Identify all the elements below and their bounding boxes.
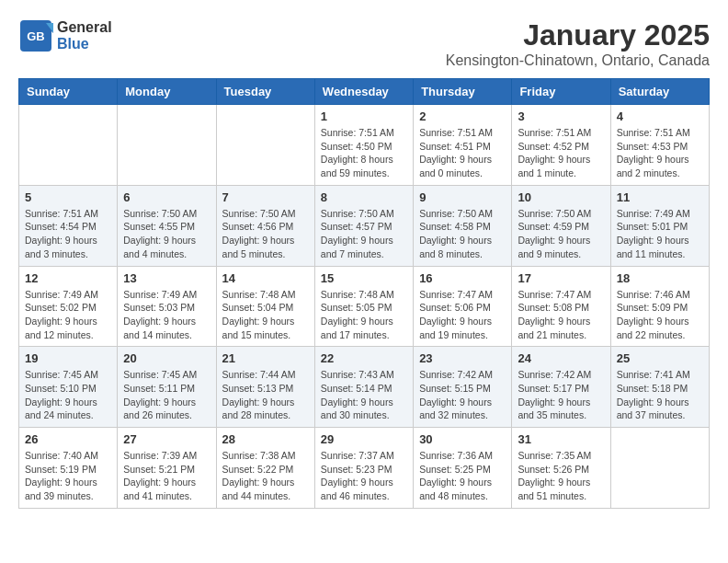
calendar-cell: 21Sunrise: 7:44 AM Sunset: 5:13 PM Dayli… [216, 347, 314, 428]
day-info: Sunrise: 7:46 AM Sunset: 5:09 PM Dayligh… [617, 288, 703, 342]
day-number: 11 [617, 190, 703, 204]
calendar-cell: 15Sunrise: 7:48 AM Sunset: 5:05 PM Dayli… [314, 266, 413, 347]
logo-icon: GB [18, 18, 53, 53]
calendar-cell: 3Sunrise: 7:51 AM Sunset: 4:52 PM Daylig… [512, 105, 610, 186]
day-info: Sunrise: 7:50 AM Sunset: 4:57 PM Dayligh… [321, 207, 407, 261]
day-info: Sunrise: 7:47 AM Sunset: 5:08 PM Dayligh… [518, 288, 604, 342]
weekday-header: Saturday [610, 79, 709, 105]
logo-general-text: General [57, 19, 112, 35]
day-info: Sunrise: 7:42 AM Sunset: 5:17 PM Dayligh… [518, 368, 604, 422]
day-number: 1 [321, 109, 407, 123]
day-number: 20 [123, 351, 210, 365]
day-info: Sunrise: 7:49 AM Sunset: 5:01 PM Dayligh… [617, 207, 703, 261]
day-number: 2 [419, 109, 506, 123]
calendar-week-row: 12Sunrise: 7:49 AM Sunset: 5:02 PM Dayli… [19, 266, 710, 347]
day-number: 29 [321, 432, 407, 446]
calendar-cell: 31Sunrise: 7:35 AM Sunset: 5:26 PM Dayli… [512, 428, 610, 509]
day-info: Sunrise: 7:50 AM Sunset: 4:58 PM Dayligh… [419, 207, 506, 261]
day-number: 24 [518, 351, 604, 365]
day-info: Sunrise: 7:51 AM Sunset: 4:50 PM Dayligh… [321, 126, 407, 180]
month-title: January 2025 [446, 18, 710, 52]
day-number: 22 [321, 351, 407, 365]
day-info: Sunrise: 7:49 AM Sunset: 5:02 PM Dayligh… [25, 288, 111, 342]
day-number: 21 [222, 351, 309, 365]
day-number: 19 [25, 351, 111, 365]
day-info: Sunrise: 7:50 AM Sunset: 4:56 PM Dayligh… [222, 207, 309, 261]
calendar-week-row: 1Sunrise: 7:51 AM Sunset: 4:50 PM Daylig… [19, 105, 710, 186]
page-header: GB General Blue January 2025 Kensington-… [18, 18, 710, 69]
day-number: 30 [419, 432, 506, 446]
calendar-cell: 22Sunrise: 7:43 AM Sunset: 5:14 PM Dayli… [314, 347, 413, 428]
calendar-cell: 14Sunrise: 7:48 AM Sunset: 5:04 PM Dayli… [216, 266, 314, 347]
weekday-header: Friday [512, 79, 610, 105]
day-info: Sunrise: 7:51 AM Sunset: 4:52 PM Dayligh… [518, 126, 604, 180]
day-number: 28 [222, 432, 309, 446]
calendar-cell: 27Sunrise: 7:39 AM Sunset: 5:21 PM Dayli… [118, 428, 216, 509]
day-info: Sunrise: 7:47 AM Sunset: 5:06 PM Dayligh… [419, 288, 506, 342]
weekday-header: Thursday [414, 79, 512, 105]
day-number: 31 [518, 432, 604, 446]
day-info: Sunrise: 7:50 AM Sunset: 4:59 PM Dayligh… [518, 207, 604, 261]
day-number: 17 [518, 271, 604, 285]
day-number: 8 [321, 190, 407, 204]
day-info: Sunrise: 7:51 AM Sunset: 4:51 PM Dayligh… [419, 126, 506, 180]
day-info: Sunrise: 7:51 AM Sunset: 4:53 PM Dayligh… [617, 126, 703, 180]
title-block: January 2025 Kensington-Chinatown, Ontar… [446, 18, 710, 69]
day-number: 12 [25, 271, 111, 285]
calendar-cell: 29Sunrise: 7:37 AM Sunset: 5:23 PM Dayli… [314, 428, 413, 509]
day-number: 26 [25, 432, 111, 446]
day-info: Sunrise: 7:49 AM Sunset: 5:03 PM Dayligh… [123, 288, 210, 342]
day-number: 10 [518, 190, 604, 204]
calendar-cell: 19Sunrise: 7:45 AM Sunset: 5:10 PM Dayli… [19, 347, 118, 428]
calendar-cell: 4Sunrise: 7:51 AM Sunset: 4:53 PM Daylig… [610, 105, 709, 186]
day-info: Sunrise: 7:42 AM Sunset: 5:15 PM Dayligh… [419, 368, 506, 422]
calendar-cell: 2Sunrise: 7:51 AM Sunset: 4:51 PM Daylig… [414, 105, 512, 186]
day-number: 14 [222, 271, 309, 285]
svg-text:GB: GB [27, 29, 45, 43]
weekday-header: Tuesday [216, 79, 314, 105]
day-info: Sunrise: 7:37 AM Sunset: 5:23 PM Dayligh… [321, 449, 407, 503]
calendar-week-row: 26Sunrise: 7:40 AM Sunset: 5:19 PM Dayli… [19, 428, 710, 509]
calendar-cell: 8Sunrise: 7:50 AM Sunset: 4:57 PM Daylig… [314, 185, 413, 266]
weekday-header: Sunday [19, 79, 118, 105]
day-number: 13 [123, 271, 210, 285]
calendar-cell: 9Sunrise: 7:50 AM Sunset: 4:58 PM Daylig… [414, 185, 512, 266]
calendar-cell: 24Sunrise: 7:42 AM Sunset: 5:17 PM Dayli… [512, 347, 610, 428]
day-number: 15 [321, 271, 407, 285]
weekday-header: Wednesday [314, 79, 413, 105]
calendar-table: SundayMondayTuesdayWednesdayThursdayFrid… [18, 78, 710, 509]
calendar-cell [19, 105, 118, 186]
logo: GB General Blue [18, 18, 112, 53]
day-info: Sunrise: 7:44 AM Sunset: 5:13 PM Dayligh… [222, 368, 309, 422]
day-info: Sunrise: 7:45 AM Sunset: 5:10 PM Dayligh… [25, 368, 111, 422]
calendar-cell: 30Sunrise: 7:36 AM Sunset: 5:25 PM Dayli… [414, 428, 512, 509]
logo-blue-text: Blue [57, 36, 89, 52]
day-info: Sunrise: 7:40 AM Sunset: 5:19 PM Dayligh… [25, 449, 111, 503]
day-info: Sunrise: 7:48 AM Sunset: 5:05 PM Dayligh… [321, 288, 407, 342]
day-number: 18 [617, 271, 703, 285]
calendar-cell: 1Sunrise: 7:51 AM Sunset: 4:50 PM Daylig… [314, 105, 413, 186]
calendar-cell: 10Sunrise: 7:50 AM Sunset: 4:59 PM Dayli… [512, 185, 610, 266]
day-info: Sunrise: 7:41 AM Sunset: 5:18 PM Dayligh… [617, 368, 703, 422]
location-text: Kensington-Chinatown, Ontario, Canada [446, 52, 710, 69]
day-number: 9 [419, 190, 506, 204]
day-info: Sunrise: 7:35 AM Sunset: 5:26 PM Dayligh… [518, 449, 604, 503]
weekday-header: Monday [118, 79, 216, 105]
day-number: 16 [419, 271, 506, 285]
day-info: Sunrise: 7:51 AM Sunset: 4:54 PM Dayligh… [25, 207, 111, 261]
day-number: 3 [518, 109, 604, 123]
calendar-cell: 6Sunrise: 7:50 AM Sunset: 4:55 PM Daylig… [118, 185, 216, 266]
day-info: Sunrise: 7:50 AM Sunset: 4:55 PM Dayligh… [123, 207, 210, 261]
calendar-week-row: 19Sunrise: 7:45 AM Sunset: 5:10 PM Dayli… [19, 347, 710, 428]
calendar-cell: 16Sunrise: 7:47 AM Sunset: 5:06 PM Dayli… [414, 266, 512, 347]
calendar-cell [118, 105, 216, 186]
day-number: 5 [25, 190, 111, 204]
calendar-week-row: 5Sunrise: 7:51 AM Sunset: 4:54 PM Daylig… [19, 185, 710, 266]
calendar-cell: 28Sunrise: 7:38 AM Sunset: 5:22 PM Dayli… [216, 428, 314, 509]
day-number: 25 [617, 351, 703, 365]
day-number: 23 [419, 351, 506, 365]
day-number: 7 [222, 190, 309, 204]
calendar-cell: 11Sunrise: 7:49 AM Sunset: 5:01 PM Dayli… [610, 185, 709, 266]
day-info: Sunrise: 7:38 AM Sunset: 5:22 PM Dayligh… [222, 449, 309, 503]
day-info: Sunrise: 7:48 AM Sunset: 5:04 PM Dayligh… [222, 288, 309, 342]
